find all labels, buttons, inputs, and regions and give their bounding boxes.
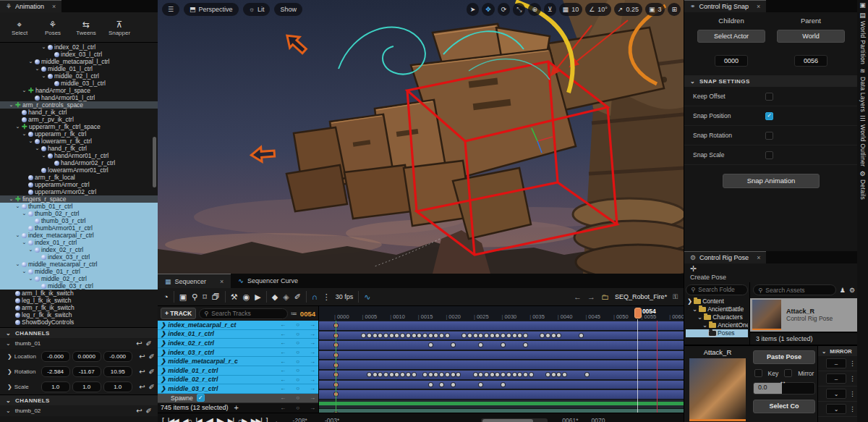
- tree-item[interactable]: index_03_l_ctrl: [0, 51, 158, 58]
- close-tab-icon[interactable]: ×: [52, 3, 56, 10]
- timeline-track-row[interactable]: [319, 350, 684, 360]
- play-end-button[interactable]: ▶▶|: [251, 417, 262, 422]
- show-dropdown[interactable]: Show: [274, 3, 302, 16]
- chevron-icon[interactable]: ⌄: [22, 240, 27, 245]
- chevron-icon[interactable]: ⌄: [15, 203, 20, 209]
- chevron-icon[interactable]: ⌄: [22, 88, 27, 93]
- next-key-icon[interactable]: →: [310, 358, 315, 365]
- select-tool-button[interactable]: ➤: [467, 3, 480, 16]
- timeline-track-row[interactable]: [319, 331, 684, 341]
- keyframe-dot[interactable]: [378, 334, 382, 337]
- chevron-right-icon[interactable]: ❯: [161, 358, 166, 365]
- sequencer-timeline[interactable]: |0000|0005|0010|0015|0020|0025|0030|0035…: [319, 306, 684, 413]
- prev-key-icon[interactable]: ←: [280, 376, 286, 383]
- add-key-icon[interactable]: ○: [296, 349, 299, 355]
- sequencer-track-row[interactable]: ❯index_02_r_ctrl←○→: [158, 339, 318, 348]
- filter-icon[interactable]: ≔: [291, 310, 297, 317]
- chevron-icon[interactable]: ⌄: [22, 211, 27, 216]
- keyframe-dot[interactable]: [456, 373, 460, 376]
- timeline-track-row[interactable]: [319, 370, 684, 380]
- prev-key-button[interactable]: ◀○: [183, 417, 192, 422]
- tree-item[interactable]: ⌄middle_02_l_ctrl: [0, 72, 158, 80]
- tree-item[interactable]: ⌄✛handArmor_l_space: [0, 87, 158, 94]
- keyframe-dot[interactable]: [579, 334, 583, 337]
- toolbar-tweens-button[interactable]: ⇆Tweens: [71, 14, 101, 42]
- folder-item[interactable]: ⌄AncientBattle: [686, 305, 748, 313]
- channel-value-field[interactable]: 1.0: [41, 381, 70, 392]
- close-tab-icon[interactable]: ×: [757, 254, 760, 261]
- channel-group-row[interactable]: ⌄thumb_02↩✐: [0, 405, 158, 416]
- prev-key-icon[interactable]: ←: [280, 358, 286, 365]
- keyframe-dot[interactable]: [373, 373, 377, 376]
- keyframe-dot[interactable]: [524, 334, 527, 337]
- keyframe-dot[interactable]: [401, 373, 404, 376]
- keyframe-dot[interactable]: [468, 334, 472, 337]
- paste-pose-button[interactable]: Paste Pose: [753, 350, 815, 364]
- spawned-checkbox[interactable]: ✓: [197, 394, 205, 402]
- chevron-icon[interactable]: ⌄: [35, 145, 40, 151]
- tree-item[interactable]: ⌄✛arm_r_controls_space: [0, 101, 158, 109]
- forward-icon[interactable]: →: [587, 292, 595, 301]
- chevron-icon[interactable]: ⌄: [15, 232, 20, 238]
- keyframe-dot[interactable]: [362, 334, 365, 337]
- keyframe-dot[interactable]: [412, 334, 416, 337]
- tree-item[interactable]: ⌄middle_metacarpal_l_ctrl: [0, 58, 158, 65]
- viewport-options-button[interactable]: ☰: [162, 3, 179, 16]
- world-space-button[interactable]: ⊕: [528, 3, 541, 16]
- folder-item[interactable]: ⌄AncientOne: [686, 321, 748, 329]
- snap-setting-checkbox[interactable]: [765, 151, 773, 159]
- chevron-icon[interactable]: ⌄: [41, 44, 46, 50]
- tree-item[interactable]: ⌄hand_r_fk_ctrl: [0, 145, 158, 152]
- lit-dropdown[interactable]: ☼ Lit: [243, 3, 271, 16]
- tree-item[interactable]: ⌄upperarm_r_fk_ctrl: [0, 130, 158, 138]
- tab-animation[interactable]: ⚘ Animation ×: [0, 0, 61, 12]
- keyframe-dot[interactable]: [546, 334, 550, 337]
- side-tab-world-outliner[interactable]: ☰World Outliner: [859, 115, 867, 166]
- channel-value-field[interactable]: 1.0: [103, 381, 132, 392]
- search-tracks-input[interactable]: ⚲ Search Tracks: [199, 308, 288, 319]
- toolbar-snapper-button[interactable]: ⊼Snapper: [104, 14, 135, 42]
- chevron-icon[interactable]: ❯: [687, 297, 692, 305]
- prev-key-icon[interactable]: ←: [280, 321, 286, 328]
- tree-item[interactable]: index_03_r_ctrl: [0, 253, 158, 261]
- keyframe-dot[interactable]: [367, 334, 371, 337]
- step-forward-button[interactable]: ▶|: [228, 417, 234, 422]
- view-options-icon[interactable]: ◉: [243, 292, 250, 302]
- reset-icon[interactable]: ↩: [139, 383, 145, 391]
- more-options-icon[interactable]: ⋮: [849, 390, 855, 397]
- prev-key-icon[interactable]: ←: [280, 405, 286, 411]
- chevron-icon[interactable]: ⌄: [28, 138, 33, 144]
- more-options-icon[interactable]: ⋮: [849, 405, 855, 413]
- tree-scrollbar[interactable]: [153, 137, 156, 187]
- render-movie-icon[interactable]: 🗇: [212, 292, 220, 301]
- keyframe-dot[interactable]: [429, 383, 433, 387]
- tree-item[interactable]: leg_r_fk_ik_switch: [0, 311, 158, 318]
- keyframe-dot[interactable]: [479, 334, 482, 337]
- settings-gear-icon[interactable]: ⚙: [849, 287, 855, 294]
- keyframe-dot[interactable]: [384, 334, 388, 337]
- keyframe-dot[interactable]: [378, 373, 382, 376]
- more-options-icon[interactable]: ⋮: [849, 360, 855, 367]
- timeline-track-row[interactable]: [319, 380, 684, 390]
- step-back-button[interactable]: |◀: [196, 417, 202, 422]
- tree-item[interactable]: ⌄index_01_r_ctrl: [0, 239, 158, 246]
- user-filter-icon[interactable]: ♟: [840, 287, 846, 294]
- channels-header[interactable]: ⌄CHANNELS: [0, 394, 158, 405]
- timeline-scrollbar-thumb[interactable]: [482, 419, 533, 422]
- spawned-range-bar[interactable]: [319, 402, 684, 405]
- channel-value-field[interactable]: -11.67: [72, 366, 101, 377]
- keyframe-dot[interactable]: [540, 334, 544, 337]
- save-sequence-icon[interactable]: ▣: [179, 292, 187, 302]
- keyframe-dot[interactable]: [529, 373, 533, 376]
- channel-value-field[interactable]: 10.95: [103, 366, 132, 377]
- reset-icon[interactable]: ↩: [136, 339, 142, 347]
- add-key-icon[interactable]: ○: [296, 376, 299, 383]
- chevron-icon[interactable]: ⌄: [697, 313, 702, 321]
- keyframe-dot[interactable]: [440, 383, 443, 387]
- surface-snap-button[interactable]: ⊻: [544, 3, 556, 16]
- snap-animation-button[interactable]: Snap Animation: [723, 174, 820, 188]
- chevron-icon[interactable]: ⌄: [28, 59, 33, 64]
- keyframe-dot[interactable]: [490, 334, 494, 337]
- keyframe-dot[interactable]: [367, 373, 371, 376]
- folder-item[interactable]: ⌄Characters: [686, 313, 748, 321]
